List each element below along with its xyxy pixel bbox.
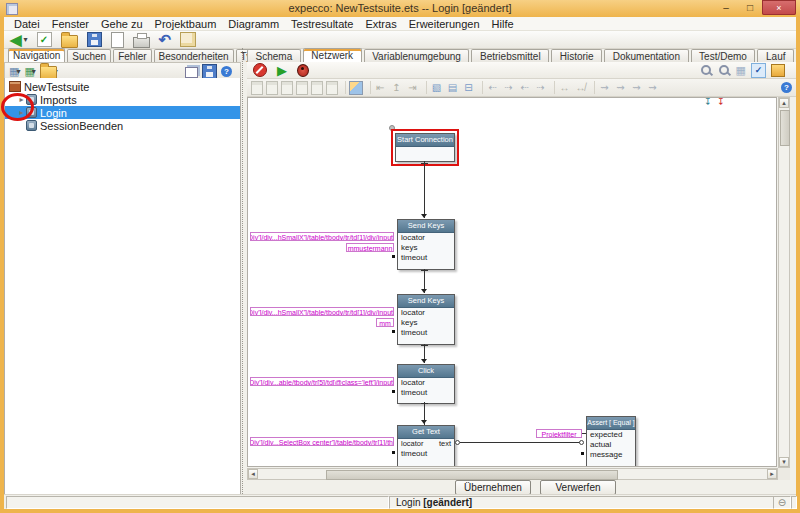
- help-icon[interactable]: ?: [221, 66, 232, 77]
- pin-timeout[interactable]: timeout: [398, 388, 454, 398]
- pin-locator[interactable]: locator: [401, 439, 424, 449]
- pin-timeout[interactable]: timeout: [398, 449, 454, 459]
- node-assert-equal[interactable]: Assert [ Equal ] expected actual message: [586, 416, 636, 467]
- menu-testresultate[interactable]: Testresultate: [285, 18, 359, 30]
- save-tree-icon[interactable]: [202, 64, 217, 79]
- tree-item-login[interactable]: ▸ Login: [5, 106, 240, 119]
- pin-timeout[interactable]: timeout: [398, 253, 454, 263]
- zoom-out-icon[interactable]: [718, 64, 731, 77]
- sep: [554, 81, 555, 94]
- horizontal-scrollbar[interactable]: ◂ ▸: [247, 468, 778, 480]
- value-label-locator[interactable]: ntentDiv']/div...hSmallX']/table/tbody/t…: [250, 307, 394, 316]
- pin-text-out[interactable]: text: [439, 439, 451, 449]
- menu-fenster[interactable]: Fenster: [46, 18, 95, 30]
- value-label-locator[interactable]: ntentDiv']/div...SelectBox center']/tabl…: [250, 437, 394, 446]
- accept-document-icon[interactable]: ✓: [37, 32, 52, 47]
- pin-expected[interactable]: expected: [587, 430, 635, 440]
- tab-fehler[interactable]: Fehler: [113, 49, 151, 62]
- detach-window-icon[interactable]: [185, 67, 198, 78]
- value-label-locator[interactable]: ntentDiv']/div...hSmallX']/table/tbody/t…: [250, 232, 394, 241]
- vertical-scrollbar[interactable]: ▴ ▾: [778, 97, 790, 468]
- status-collapse-icon[interactable]: ⊖: [773, 496, 791, 509]
- node-send-keys-1[interactable]: Send Keys locator keys timeout: [397, 219, 455, 270]
- pin-icon-red[interactable]: ↧: [717, 98, 725, 107]
- client-area: DateiFensterGehe zuProjektbaumDiagrammTe…: [4, 17, 796, 509]
- title-bar[interactable]: expecco: NewTestsuite.ets -- Login [geän…: [0, 0, 800, 17]
- tab-dokumentation[interactable]: Dokumentation: [604, 49, 688, 62]
- print-icon[interactable]: [133, 37, 150, 48]
- tab-lauf[interactable]: Lauf: [757, 49, 794, 62]
- node-send-keys-2[interactable]: Send Keys locator keys timeout: [397, 294, 455, 345]
- debug-bug-icon[interactable]: [297, 64, 309, 77]
- clear-breakpoints-icon[interactable]: [253, 63, 267, 77]
- import-block-icon[interactable]: [349, 81, 363, 95]
- back-dropdown-icon[interactable]: ▾: [24, 35, 28, 44]
- menu-datei[interactable]: Datei: [8, 18, 46, 30]
- value-label-locator[interactable]: ntentDiv']/div...able/tbody/tr[5]/td[@cl…: [250, 377, 394, 386]
- scroll-left-icon[interactable]: ◂: [248, 469, 258, 479]
- tree-view-dropdown-icon[interactable]: ▾: [16, 67, 20, 76]
- pin-locator[interactable]: locator: [398, 308, 454, 318]
- pin-locator[interactable]: locator: [398, 378, 454, 388]
- tab-netzwerk[interactable]: Netzwerk: [303, 48, 362, 62]
- scroll-up-icon[interactable]: ▴: [779, 98, 789, 108]
- network-diagram-canvas[interactable]: ↧ ↧ Start Connection Send Keys locator k…: [247, 97, 777, 467]
- discard-button[interactable]: Verwerfen: [540, 480, 616, 495]
- category-view-dropdown-icon[interactable]: ▾: [32, 67, 36, 76]
- vertical-scroll-thumb[interactable]: [780, 110, 790, 146]
- node-click[interactable]: Click locator timeout: [397, 364, 455, 404]
- pin-actual[interactable]: actual: [587, 440, 635, 450]
- run-icon[interactable]: ▶: [277, 63, 287, 78]
- horizontal-scroll-thumb[interactable]: [326, 470, 618, 480]
- menu-projektbaum[interactable]: Projektbaum: [149, 18, 223, 30]
- menu-hilfe[interactable]: Hilfe: [486, 18, 520, 30]
- help-icon[interactable]: ?: [781, 82, 792, 93]
- sep: [594, 81, 595, 94]
- open-folder-icon[interactable]: [61, 35, 78, 48]
- tab-test-demo[interactable]: Test/Demo: [691, 49, 756, 62]
- value-label-expected[interactable]: Projektfilter: [536, 429, 582, 438]
- tab-historie[interactable]: Historie: [551, 49, 602, 62]
- tree-item-newtestsuite[interactable]: NewTestsuite: [5, 80, 240, 93]
- tab-suchen[interactable]: Suchen: [67, 49, 111, 62]
- back-icon[interactable]: ◀: [10, 31, 22, 49]
- settings-notebook-icon[interactable]: [180, 32, 196, 47]
- pin-icon-blue[interactable]: ↧: [704, 98, 712, 107]
- node-get-text[interactable]: Get Text locator text timeout: [397, 425, 455, 467]
- apply-button[interactable]: Übernehmen: [455, 480, 531, 495]
- undo-icon[interactable]: ↶: [159, 31, 172, 49]
- pin-timeout[interactable]: timeout: [398, 328, 454, 338]
- menu-erweiterungen[interactable]: Erweiterungen: [403, 18, 486, 30]
- tab-navigation[interactable]: Navigation: [8, 48, 65, 62]
- tree-item-sessionbeenden[interactable]: SessionBeenden: [5, 119, 240, 132]
- value-label-keys[interactable]: mm: [376, 318, 394, 327]
- scroll-right-icon[interactable]: ▸: [767, 469, 777, 479]
- pin-message[interactable]: message: [587, 450, 635, 460]
- menu-gehe-zu[interactable]: Gehe zu: [95, 18, 149, 30]
- tab-schema[interactable]: Schema: [247, 49, 301, 62]
- grid-toggle-icon[interactable]: ▦: [736, 64, 746, 77]
- menu-diagramm[interactable]: Diagramm: [222, 18, 285, 30]
- add-step-icon[interactable]: ▧: [430, 81, 443, 94]
- scroll-down-icon[interactable]: ▾: [779, 457, 789, 467]
- app-window: expecco: NewTestsuite.ets -- Login [geän…: [0, 0, 800, 513]
- tab-besonderheiten[interactable]: Besonderheiten: [154, 49, 234, 62]
- pin-keys[interactable]: keys: [398, 243, 454, 253]
- merge-step-icon[interactable]: ⊟: [462, 81, 475, 94]
- save-icon[interactable]: [87, 32, 102, 47]
- zoom-in-icon[interactable]: [700, 64, 713, 77]
- new-document-icon[interactable]: [111, 32, 124, 48]
- maximize-button[interactable]: □: [738, 0, 762, 15]
- tab-betriebsmittel[interactable]: Betriebsmittel: [471, 49, 549, 62]
- snap-checkbox-icon[interactable]: ✓: [751, 63, 766, 78]
- tab-variablenumgebung[interactable]: Variablenumgebung: [364, 49, 470, 62]
- pin-locator[interactable]: locator: [398, 233, 454, 243]
- resize-step-icon[interactable]: ▤: [446, 81, 459, 94]
- tree-item-imports[interactable]: ▸ Imports: [5, 93, 240, 106]
- close-button[interactable]: ×: [762, 0, 796, 15]
- minimize-button[interactable]: –: [714, 0, 738, 15]
- notes-icon[interactable]: [771, 64, 785, 77]
- pin-keys[interactable]: keys: [398, 318, 454, 328]
- value-label-keys[interactable]: mmustermann: [346, 243, 394, 252]
- menu-extras[interactable]: Extras: [359, 18, 402, 30]
